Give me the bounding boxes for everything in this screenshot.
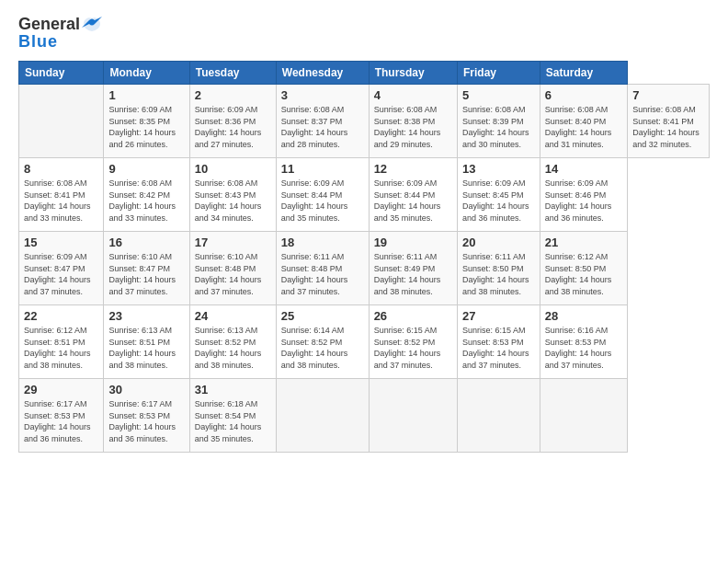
- day-number: 25: [281, 309, 364, 323]
- day-info: Sunrise: 6:11 AM Sunset: 8:50 PM Dayligh…: [462, 252, 529, 296]
- day-header-monday: Monday: [104, 62, 189, 85]
- calendar-day-cell: 20Sunrise: 6:11 AM Sunset: 8:50 PM Dayli…: [457, 232, 540, 305]
- calendar-table: SundayMondayTuesdayWednesdayThursdayFrid…: [18, 61, 710, 453]
- day-info: Sunrise: 6:13 AM Sunset: 8:51 PM Dayligh…: [108, 326, 176, 370]
- day-header-friday: Friday: [457, 62, 540, 85]
- day-info: Sunrise: 6:09 AM Sunset: 8:35 PM Dayligh…: [108, 105, 176, 149]
- day-number: 5: [462, 88, 535, 102]
- calendar-day-cell: 31Sunrise: 6:18 AM Sunset: 8:54 PM Dayli…: [189, 379, 276, 453]
- day-info: Sunrise: 6:08 AM Sunset: 8:42 PM Dayligh…: [108, 178, 176, 223]
- calendar-day-cell: 11Sunrise: 6:09 AM Sunset: 8:44 PM Dayli…: [276, 158, 369, 232]
- calendar-day-cell: 16Sunrise: 6:10 AM Sunset: 8:47 PM Dayli…: [104, 232, 189, 305]
- day-info: Sunrise: 6:15 AM Sunset: 8:52 PM Dayligh…: [374, 326, 441, 370]
- day-info: Sunrise: 6:09 AM Sunset: 8:46 PM Dayligh…: [545, 178, 612, 223]
- day-info: Sunrise: 6:12 AM Sunset: 8:50 PM Dayligh…: [545, 252, 612, 296]
- day-info: Sunrise: 6:11 AM Sunset: 8:49 PM Dayligh…: [374, 252, 441, 296]
- day-number: 16: [108, 236, 184, 249]
- day-info: Sunrise: 6:10 AM Sunset: 8:47 PM Dayligh…: [108, 252, 176, 296]
- day-header-tuesday: Tuesday: [189, 62, 276, 85]
- calendar-day-cell: 4Sunrise: 6:08 AM Sunset: 8:38 PM Daylig…: [369, 85, 457, 158]
- day-number: 21: [545, 236, 622, 249]
- day-header-wednesday: Wednesday: [276, 62, 369, 85]
- day-info: Sunrise: 6:17 AM Sunset: 8:53 PM Dayligh…: [108, 399, 176, 443]
- day-number: 26: [374, 309, 452, 323]
- day-info: Sunrise: 6:08 AM Sunset: 8:40 PM Dayligh…: [545, 105, 612, 149]
- day-number: 18: [281, 236, 364, 249]
- calendar-day-cell: 8Sunrise: 6:08 AM Sunset: 8:41 PM Daylig…: [19, 158, 104, 232]
- day-info: Sunrise: 6:08 AM Sunset: 8:39 PM Dayligh…: [462, 105, 529, 149]
- day-number: 2: [195, 88, 271, 102]
- day-info: Sunrise: 6:10 AM Sunset: 8:48 PM Dayligh…: [195, 252, 262, 296]
- calendar-day-cell: 3Sunrise: 6:08 AM Sunset: 8:37 PM Daylig…: [276, 85, 369, 158]
- logo-blue-text: Blue: [18, 32, 58, 52]
- day-info: Sunrise: 6:09 AM Sunset: 8:44 PM Dayligh…: [281, 178, 348, 223]
- calendar-day-cell: 26Sunrise: 6:15 AM Sunset: 8:52 PM Dayli…: [369, 305, 457, 379]
- day-header-sunday: Sunday: [19, 62, 104, 85]
- day-number: 3: [281, 88, 364, 102]
- day-number: 28: [545, 309, 622, 323]
- day-number: 6: [545, 88, 622, 102]
- calendar-day-cell: 14Sunrise: 6:09 AM Sunset: 8:46 PM Dayli…: [540, 158, 627, 232]
- calendar-day-cell: 29Sunrise: 6:17 AM Sunset: 8:53 PM Dayli…: [19, 379, 104, 453]
- day-number: 8: [24, 162, 98, 176]
- calendar-week-row: 29Sunrise: 6:17 AM Sunset: 8:53 PM Dayli…: [19, 379, 710, 453]
- calendar-day-cell: 17Sunrise: 6:10 AM Sunset: 8:48 PM Dayli…: [189, 232, 276, 305]
- calendar-week-row: 8Sunrise: 6:08 AM Sunset: 8:41 PM Daylig…: [19, 158, 710, 232]
- page: General Blue SundayMondayTuesdayWednesda…: [0, 0, 728, 563]
- calendar-day-cell: 10Sunrise: 6:08 AM Sunset: 8:43 PM Dayli…: [189, 158, 276, 232]
- day-info: Sunrise: 6:08 AM Sunset: 8:41 PM Dayligh…: [632, 105, 700, 149]
- day-info: Sunrise: 6:15 AM Sunset: 8:53 PM Dayligh…: [462, 326, 529, 370]
- day-info: Sunrise: 6:18 AM Sunset: 8:54 PM Dayligh…: [195, 399, 262, 443]
- calendar-day-cell: [457, 379, 540, 453]
- calendar-week-row: 22Sunrise: 6:12 AM Sunset: 8:51 PM Dayli…: [19, 305, 710, 379]
- day-number: 22: [24, 309, 98, 323]
- day-info: Sunrise: 6:11 AM Sunset: 8:48 PM Dayligh…: [281, 252, 348, 296]
- day-info: Sunrise: 6:08 AM Sunset: 8:43 PM Dayligh…: [195, 178, 262, 223]
- calendar-day-cell: 21Sunrise: 6:12 AM Sunset: 8:50 PM Dayli…: [540, 232, 627, 305]
- day-number: 29: [24, 383, 98, 396]
- calendar-day-cell: 9Sunrise: 6:08 AM Sunset: 8:42 PM Daylig…: [104, 158, 189, 232]
- calendar-day-cell: 12Sunrise: 6:09 AM Sunset: 8:44 PM Dayli…: [369, 158, 457, 232]
- header: General Blue: [18, 15, 710, 52]
- calendar-day-cell: [540, 379, 627, 453]
- calendar-day-cell: 27Sunrise: 6:15 AM Sunset: 8:53 PM Dayli…: [457, 305, 540, 379]
- day-info: Sunrise: 6:09 AM Sunset: 8:45 PM Dayligh…: [462, 178, 529, 223]
- calendar-day-cell: 13Sunrise: 6:09 AM Sunset: 8:45 PM Dayli…: [457, 158, 540, 232]
- day-number: 30: [108, 383, 184, 396]
- day-number: 1: [108, 88, 184, 102]
- calendar-day-cell: 6Sunrise: 6:08 AM Sunset: 8:40 PM Daylig…: [540, 85, 627, 158]
- calendar-day-cell: 18Sunrise: 6:11 AM Sunset: 8:48 PM Dayli…: [276, 232, 369, 305]
- empty-cell: [19, 85, 104, 158]
- calendar-day-cell: 30Sunrise: 6:17 AM Sunset: 8:53 PM Dayli…: [104, 379, 189, 453]
- day-info: Sunrise: 6:08 AM Sunset: 8:38 PM Dayligh…: [374, 105, 441, 149]
- day-number: 14: [545, 162, 622, 176]
- calendar-day-cell: 19Sunrise: 6:11 AM Sunset: 8:49 PM Dayli…: [369, 232, 457, 305]
- calendar-day-cell: 25Sunrise: 6:14 AM Sunset: 8:52 PM Dayli…: [276, 305, 369, 379]
- day-number: 20: [462, 236, 535, 249]
- calendar-day-cell: 22Sunrise: 6:12 AM Sunset: 8:51 PM Dayli…: [19, 305, 104, 379]
- day-number: 13: [462, 162, 535, 176]
- day-header-thursday: Thursday: [369, 62, 457, 85]
- day-info: Sunrise: 6:14 AM Sunset: 8:52 PM Dayligh…: [281, 326, 348, 370]
- calendar-day-cell: 7Sunrise: 6:08 AM Sunset: 8:41 PM Daylig…: [628, 85, 710, 158]
- calendar-day-cell: 1Sunrise: 6:09 AM Sunset: 8:35 PM Daylig…: [104, 85, 189, 158]
- calendar-week-row: 1Sunrise: 6:09 AM Sunset: 8:35 PM Daylig…: [19, 85, 710, 158]
- day-info: Sunrise: 6:16 AM Sunset: 8:53 PM Dayligh…: [545, 326, 612, 370]
- calendar-day-cell: 5Sunrise: 6:08 AM Sunset: 8:39 PM Daylig…: [457, 85, 540, 158]
- day-number: 11: [281, 162, 364, 176]
- day-number: 4: [374, 88, 452, 102]
- calendar-day-cell: 15Sunrise: 6:09 AM Sunset: 8:47 PM Dayli…: [19, 232, 104, 305]
- day-number: 24: [195, 309, 271, 323]
- day-info: Sunrise: 6:09 AM Sunset: 8:44 PM Dayligh…: [374, 178, 441, 223]
- logo: General Blue: [18, 15, 102, 52]
- calendar-day-cell: 23Sunrise: 6:13 AM Sunset: 8:51 PM Dayli…: [104, 305, 189, 379]
- calendar-day-cell: 24Sunrise: 6:13 AM Sunset: 8:52 PM Dayli…: [189, 305, 276, 379]
- day-number: 15: [24, 236, 98, 249]
- day-number: 12: [374, 162, 452, 176]
- calendar-header-row: SundayMondayTuesdayWednesdayThursdayFrid…: [19, 62, 710, 85]
- day-number: 10: [195, 162, 271, 176]
- day-number: 9: [108, 162, 184, 176]
- calendar-day-cell: 28Sunrise: 6:16 AM Sunset: 8:53 PM Dayli…: [540, 305, 627, 379]
- calendar-day-cell: [276, 379, 369, 453]
- day-info: Sunrise: 6:08 AM Sunset: 8:37 PM Dayligh…: [281, 105, 348, 149]
